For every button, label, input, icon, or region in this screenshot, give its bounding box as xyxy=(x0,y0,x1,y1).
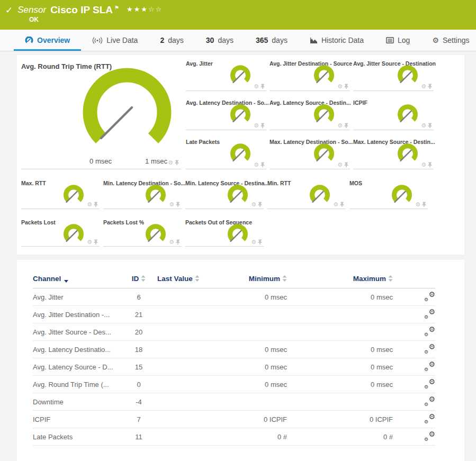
gear-icon[interactable]: ⚙ xyxy=(87,239,92,246)
channel-settings-gears-icon[interactable]: ⚙⚙ xyxy=(424,327,435,336)
gear-icon[interactable]: ⚙ xyxy=(169,201,174,208)
stars-filled[interactable]: ★★★ xyxy=(127,5,148,13)
col-header-maximum[interactable]: Maximum xyxy=(287,275,393,288)
cell-last-value xyxy=(155,341,202,358)
cell-minimum xyxy=(202,393,287,411)
pin-icon[interactable] xyxy=(176,239,181,245)
channel-settings-gears-icon[interactable]: ⚙⚙ xyxy=(424,361,435,371)
channel-settings-gears-icon[interactable]: ⚙⚙ xyxy=(424,292,435,301)
table-row: Downtime -4 ⚙⚙ xyxy=(33,393,435,411)
cell-maximum: 0 msec xyxy=(287,376,393,393)
tab-live-data[interactable]: Live Data xyxy=(81,30,149,51)
pin-icon[interactable] xyxy=(261,162,265,168)
gear-icon[interactable]: ⚙ xyxy=(337,122,343,129)
status-check-icon: ✓ xyxy=(5,5,13,15)
pin-icon[interactable] xyxy=(94,239,98,245)
gear-icon[interactable]: ⚙ xyxy=(251,201,256,208)
pin-icon[interactable] xyxy=(344,162,349,168)
gear-icon[interactable]: ⚙ xyxy=(421,122,426,129)
cell-maximum: 0 ICPIF xyxy=(287,411,393,428)
gear-icon[interactable]: ⚙ xyxy=(333,201,338,208)
gear-icon[interactable]: ⚙ xyxy=(168,159,173,166)
gauge-widget xyxy=(311,103,337,124)
gauge-title: Max. Latency Destination - So... xyxy=(270,138,350,145)
channel-settings-gears-icon[interactable]: ⚙⚙ xyxy=(424,344,435,354)
pin-icon[interactable] xyxy=(428,162,433,168)
tab-2-days[interactable]: 2 days xyxy=(149,30,194,51)
pin-icon[interactable] xyxy=(258,239,263,245)
pin-icon[interactable] xyxy=(175,160,179,166)
pin-icon[interactable] xyxy=(422,202,427,207)
table-row: ICPIF 7 0 ICPIF 0 ICPIF ⚙⚙ xyxy=(33,411,435,428)
channel-settings-gears-icon[interactable]: ⚙⚙ xyxy=(424,309,435,319)
sensor-header: ✓ Sensor Cisco IP SLA ⚑ ★★★☆☆ OK xyxy=(0,0,476,30)
channel-settings-gears-icon[interactable]: ⚙⚙ xyxy=(424,414,435,423)
pin-icon[interactable] xyxy=(261,123,265,129)
cell-last-value xyxy=(155,306,202,323)
tab-historic-data-label: Historic Data xyxy=(321,36,364,44)
gauge-panel: Packets Out of Sequence ⚙ xyxy=(185,218,264,247)
col-header-last-value[interactable]: Last Value xyxy=(155,275,202,288)
gear-icon[interactable]: ⚙ xyxy=(169,239,174,246)
cell-id: 6 xyxy=(123,288,155,306)
cell-last-value xyxy=(155,393,202,411)
pin-icon[interactable] xyxy=(428,84,433,89)
gear-icon[interactable]: ⚙ xyxy=(421,161,426,168)
gauge-panel: ICPIF ⚙ xyxy=(353,98,434,130)
col-header-minimum[interactable]: Minimum xyxy=(202,275,287,288)
stars-empty[interactable]: ☆☆ xyxy=(148,5,163,13)
pin-icon[interactable] xyxy=(340,202,345,207)
priority-stars[interactable]: ★★★☆☆ xyxy=(127,5,163,13)
gauge-widget xyxy=(224,184,251,205)
pin-icon[interactable] xyxy=(344,123,349,129)
tab-overview[interactable]: Overview xyxy=(14,30,81,51)
tab-30-days[interactable]: 30 days xyxy=(195,30,245,51)
pin-icon[interactable] xyxy=(428,123,433,129)
col-header-channel[interactable]: Channel xyxy=(33,275,123,288)
gauge-panel: Max. Latency Destination - So... ⚙ xyxy=(270,138,350,169)
gear-icon[interactable]: ⚙ xyxy=(254,122,259,129)
gear-icon[interactable]: ⚙ xyxy=(337,161,343,168)
gauge-tab-icon xyxy=(25,37,33,44)
gear-icon[interactable]: ⚙ xyxy=(251,239,256,246)
gear-icon[interactable]: ⚙ xyxy=(337,83,343,90)
page-title: Cisco IP SLA xyxy=(50,4,113,16)
tab-log[interactable]: Log xyxy=(375,30,421,51)
pin-icon[interactable] xyxy=(344,84,349,89)
cell-minimum: 0 msec xyxy=(202,341,287,358)
cell-channel: Avg. Jitter Source - Des... xyxy=(33,323,123,341)
object-type-label: Sensor xyxy=(17,5,46,15)
gauge-panel: Min. Latency Source - Destina... ⚙ xyxy=(185,179,264,209)
gauge-panel: Avg. Latency Destination - So... ⚙ xyxy=(186,98,266,130)
gauge-panel: Late Packets ⚙ xyxy=(186,138,266,169)
priority-flag-icon[interactable]: ⚑ xyxy=(114,5,119,11)
gear-icon[interactable]: ⚙ xyxy=(87,201,92,208)
gauge-arc xyxy=(317,68,332,81)
gear-icon[interactable]: ⚙ xyxy=(421,83,426,90)
gear-icon[interactable]: ⚙ xyxy=(415,201,420,208)
cell-channel: ICPIF xyxy=(33,411,123,428)
gauge-widget xyxy=(60,184,87,205)
pin-icon[interactable] xyxy=(261,84,265,89)
tab-365-days[interactable]: 365 days xyxy=(245,30,299,51)
gauge-panel: Avg. Jitter Destination - Source ⚙ xyxy=(270,59,350,91)
channel-settings-gears-icon[interactable]: ⚙⚙ xyxy=(424,396,435,406)
gear-icon[interactable]: ⚙ xyxy=(254,83,259,90)
gauge-min-label: 0 msec xyxy=(79,157,122,165)
channel-settings-gears-icon[interactable]: ⚙⚙ xyxy=(424,431,435,441)
pin-icon[interactable] xyxy=(94,202,98,207)
tab-settings[interactable]: ⚙ Settings xyxy=(421,30,476,51)
gauge-arc xyxy=(312,187,328,201)
pin-icon[interactable] xyxy=(176,202,181,207)
col-header-last-value-label: Last Value xyxy=(157,275,193,283)
tab-historic-data[interactable]: Historic Data xyxy=(299,30,375,51)
pin-icon[interactable] xyxy=(258,202,263,207)
gear-icon[interactable]: ⚙ xyxy=(254,161,259,168)
cell-channel: Avg. Latency Source - D... xyxy=(33,358,123,376)
gauge-panel: Avg. Jitter ⚙ xyxy=(186,59,266,91)
channel-settings-gears-icon[interactable]: ⚙⚙ xyxy=(424,379,435,388)
gauge-title: ICPIF xyxy=(353,98,434,106)
col-header-id[interactable]: ID xyxy=(123,275,155,288)
sort-desc-icon xyxy=(64,280,68,285)
tab-30-days-number: 30 xyxy=(206,36,214,44)
